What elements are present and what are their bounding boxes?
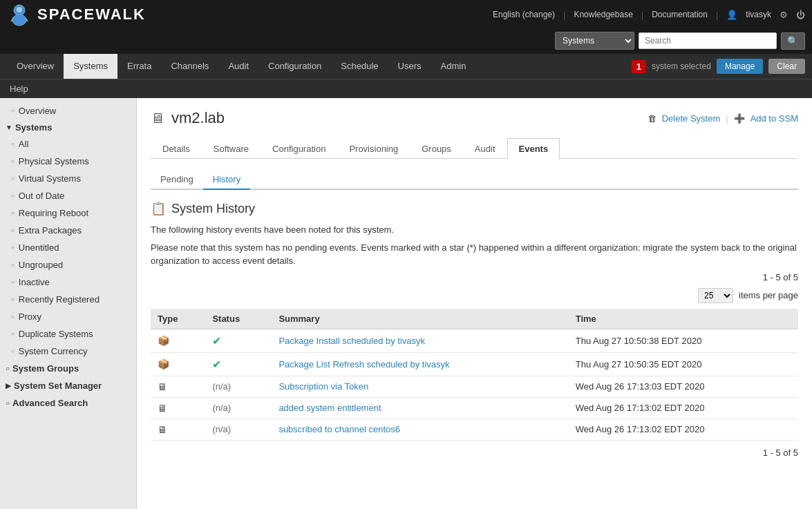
clear-button[interactable]: Clear — [768, 59, 805, 74]
cell-type: 📦 — [151, 352, 205, 376]
cell-summary[interactable]: Package Install scheduled by tivasyk — [272, 329, 568, 352]
sidebar-item-duplicate-systems[interactable]: ○ Duplicate Systems — [0, 325, 136, 343]
status-na: (n/a) — [212, 424, 231, 434]
search-scope-select[interactable]: Systems Packages Documentation — [555, 32, 634, 50]
nav-audit[interactable]: Audit — [218, 54, 258, 79]
search-button[interactable]: 🔍 — [781, 32, 805, 50]
nav-errata[interactable]: Errata — [117, 54, 161, 79]
main-content: 🖥 vm2.lab 🗑 Delete System | ➕ Add to SSM… — [137, 98, 812, 509]
cell-summary[interactable]: added system entitlement — [272, 397, 568, 419]
help-link[interactable]: Help — [10, 84, 28, 94]
sidebar-item-recently-registered[interactable]: ○ Recently Registered — [0, 291, 136, 308]
ssm-count: 1 — [632, 60, 646, 73]
astronaut-icon — [7, 2, 32, 27]
sidebar-item-physical-systems[interactable]: ○ Physical Systems — [0, 153, 136, 170]
summary-link[interactable]: Subscription via Token — [278, 381, 368, 392]
cell-status: (n/a) — [205, 376, 272, 397]
nav-admin[interactable]: Admin — [431, 54, 476, 79]
tab-configuration[interactable]: Configuration — [261, 138, 337, 159]
info-line1: The following history events have been n… — [151, 223, 798, 237]
cell-status: ✔ — [205, 329, 272, 352]
summary-link[interactable]: Package List Refresh scheduled by tivasy… — [278, 359, 449, 369]
sidebar-item-ungrouped[interactable]: ○ Ungrouped — [0, 256, 136, 273]
ssm-indicator: 1 system selected Manage Clear — [632, 59, 805, 74]
cell-status: (n/a) — [205, 397, 272, 419]
table-row: 🖥(n/a)subscribed to channel centos6Wed A… — [151, 419, 798, 440]
sub-tabs: Pending History — [151, 170, 798, 190]
sub-tab-history[interactable]: History — [203, 170, 250, 190]
ssm-label: system selected — [652, 61, 711, 71]
svg-point-1 — [12, 15, 26, 26]
sidebar-item-system-groups[interactable]: ○ System Groups — [0, 360, 136, 377]
nav-configuration[interactable]: Configuration — [258, 54, 331, 79]
add-icon: ➕ — [734, 113, 745, 124]
tab-details[interactable]: Details — [151, 138, 202, 159]
tab-software[interactable]: Software — [202, 138, 261, 159]
search-input[interactable] — [639, 32, 777, 49]
summary-link[interactable]: subscribed to channel centos6 — [278, 424, 400, 434]
cell-time: Wed Aug 26 17:13:02 EDT 2020 — [569, 397, 798, 419]
table-row: 🖥(n/a)Subscription via TokenWed Aug 26 1… — [151, 376, 798, 397]
documentation-link[interactable]: Documentation — [652, 10, 708, 19]
sidebar-item-overview[interactable]: ○ Overview — [0, 102, 136, 119]
per-page-select[interactable]: 25 50 100 — [698, 288, 733, 303]
help-row: Help — [0, 79, 812, 98]
nav-systems[interactable]: Systems — [64, 54, 117, 79]
cell-type: 🖥 — [151, 419, 205, 440]
logo-area: SPACEWALK — [7, 2, 146, 27]
sidebar-systems-header[interactable]: ▼ Systems — [0, 119, 136, 135]
tab-audit[interactable]: Audit — [463, 138, 507, 159]
sidebar-item-system-currency[interactable]: ○ System Currency — [0, 343, 136, 360]
tab-events[interactable]: Events — [507, 138, 560, 159]
sub-tab-pending[interactable]: Pending — [151, 170, 203, 189]
tab-provisioning[interactable]: Provisioning — [337, 138, 410, 159]
search-bar-row: Systems Packages Documentation 🔍 — [0, 29, 812, 54]
package-icon: 📦 — [158, 335, 169, 346]
user-link[interactable]: tivasyk — [746, 10, 771, 19]
nav-schedule[interactable]: Schedule — [331, 54, 388, 79]
cell-summary[interactable]: Subscription via Token — [272, 376, 568, 397]
add-to-ssm-link[interactable]: Add to SSM — [750, 113, 798, 124]
info-line2: Please note that this system has no pend… — [151, 241, 798, 268]
cell-type: 🖥 — [151, 376, 205, 397]
sidebar-item-virtual-systems[interactable]: ○ Virtual Systems — [0, 170, 136, 187]
per-page-row: 25 50 100 items per page — [151, 288, 798, 303]
sidebar-item-extra-packages[interactable]: ○ Extra Packages — [0, 222, 136, 239]
nav-channels[interactable]: Channels — [161, 54, 218, 79]
nav-overview[interactable]: Overview — [7, 54, 64, 79]
delete-icon: 🗑 — [648, 113, 657, 124]
sidebar-item-all[interactable]: ○ All — [0, 135, 136, 153]
delete-system-link[interactable]: Delete System — [662, 113, 721, 124]
pagination-info-bottom: 1 - 5 of 5 — [763, 448, 798, 458]
tabs: Details Software Configuration Provision… — [151, 138, 798, 159]
sidebar-item-system-set-manager[interactable]: ▶ System Set Manager — [0, 377, 136, 394]
lang-link[interactable]: English (change) — [493, 10, 555, 19]
status-na: (n/a) — [212, 403, 231, 413]
manage-button[interactable]: Manage — [717, 59, 763, 74]
monitor-icon: 🖥 — [158, 381, 167, 392]
cell-type: 🖥 — [151, 397, 205, 419]
cell-summary[interactable]: Package List Refresh scheduled by tivasy… — [272, 352, 568, 376]
layout: ○ Overview ▼ Systems ○ All ○ Physical Sy… — [0, 98, 812, 509]
tab-groups[interactable]: Groups — [410, 138, 463, 159]
sidebar-item-proxy[interactable]: ○ Proxy — [0, 308, 136, 325]
sidebar-item-advanced-search[interactable]: ○ Advanced Search — [0, 394, 136, 412]
summary-link[interactable]: added system entitlement — [278, 403, 381, 413]
sidebar-item-unentitled[interactable]: ○ Unentitled — [0, 239, 136, 256]
pagination-info-top: 1 - 5 of 5 — [763, 272, 798, 282]
gear-icon[interactable]: ⚙ — [780, 10, 788, 20]
system-actions: 🗑 Delete System | ➕ Add to SSM — [648, 113, 798, 124]
table-header-row: Type Status Summary Time — [151, 309, 798, 329]
system-title: 🖥 vm2.lab — [151, 109, 225, 127]
cell-summary[interactable]: subscribed to channel centos6 — [272, 419, 568, 440]
sidebar-item-out-of-date[interactable]: ○ Out of Date — [0, 187, 136, 204]
sidebar-item-requiring-reboot[interactable]: ○ Requiring Reboot — [0, 204, 136, 222]
sidebar: ○ Overview ▼ Systems ○ All ○ Physical Sy… — [0, 98, 137, 509]
sidebar-item-inactive[interactable]: ○ Inactive — [0, 273, 136, 291]
summary-link[interactable]: Package Install scheduled by tivasyk — [278, 336, 425, 346]
power-icon[interactable]: ⏻ — [796, 10, 805, 20]
knowledgebase-link[interactable]: Knowledgebase — [574, 10, 632, 19]
history-table: Type Status Summary Time 📦✔Package Insta… — [151, 309, 798, 441]
section-title: 📋 System History — [151, 201, 798, 216]
nav-users[interactable]: Users — [388, 54, 431, 79]
